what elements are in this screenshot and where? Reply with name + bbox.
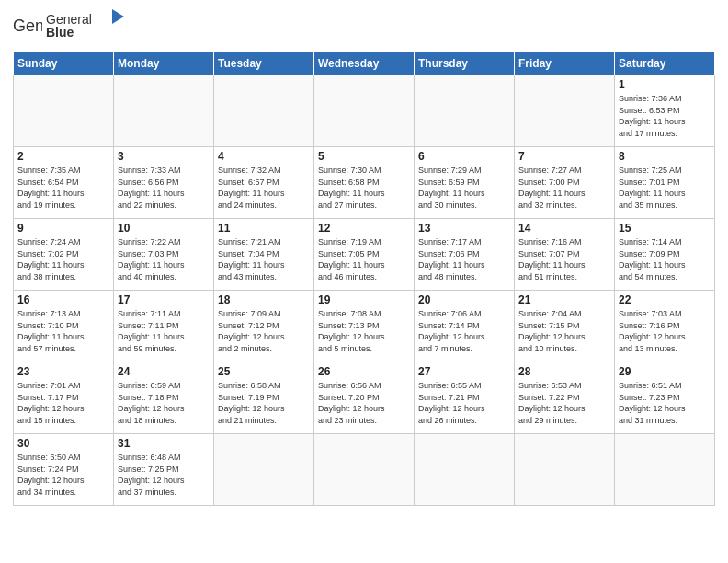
logo-text: General Blue — [46, 9, 129, 46]
header: General General Blue — [13, 9, 715, 46]
day-cell: 27Sunrise: 6:55 AM Sunset: 7:21 PM Dayli… — [415, 362, 515, 434]
day-number: 31 — [118, 437, 210, 450]
day-cell — [314, 75, 415, 147]
day-cell: 10Sunrise: 7:22 AM Sunset: 7:03 PM Dayli… — [114, 219, 214, 291]
day-cell — [515, 434, 615, 506]
week-row-4: 23Sunrise: 7:01 AM Sunset: 7:17 PM Dayli… — [14, 362, 715, 434]
day-number: 26 — [318, 365, 410, 378]
day-cell: 7Sunrise: 7:27 AM Sunset: 7:00 PM Daylig… — [515, 147, 615, 219]
day-cell: 23Sunrise: 7:01 AM Sunset: 7:17 PM Dayli… — [14, 362, 114, 434]
day-number: 10 — [118, 222, 210, 235]
day-cell: 2Sunrise: 7:35 AM Sunset: 6:54 PM Daylig… — [14, 147, 114, 219]
page: General General Blue SundayMondayTuesday… — [0, 0, 728, 563]
day-info: Sunrise: 6:50 AM Sunset: 7:24 PM Dayligh… — [17, 452, 109, 498]
day-number: 12 — [318, 222, 410, 235]
day-cell — [14, 75, 114, 147]
day-cell: 22Sunrise: 7:03 AM Sunset: 7:16 PM Dayli… — [615, 291, 715, 362]
day-info: Sunrise: 7:30 AM Sunset: 6:58 PM Dayligh… — [318, 165, 410, 211]
day-number: 22 — [619, 293, 711, 306]
day-number: 17 — [118, 293, 210, 306]
day-number: 4 — [218, 150, 310, 163]
day-info: Sunrise: 7:27 AM Sunset: 7:00 PM Dayligh… — [518, 165, 610, 211]
day-cell: 20Sunrise: 7:06 AM Sunset: 7:14 PM Dayli… — [415, 291, 515, 362]
day-cell: 14Sunrise: 7:16 AM Sunset: 7:07 PM Dayli… — [515, 219, 615, 291]
day-cell: 19Sunrise: 7:08 AM Sunset: 7:13 PM Dayli… — [314, 291, 415, 362]
day-info: Sunrise: 6:53 AM Sunset: 7:22 PM Dayligh… — [518, 380, 610, 426]
day-cell: 11Sunrise: 7:21 AM Sunset: 7:04 PM Dayli… — [214, 219, 314, 291]
weekday-header-wednesday: Wednesday — [314, 52, 415, 75]
day-cell: 30Sunrise: 6:50 AM Sunset: 7:24 PM Dayli… — [14, 434, 114, 506]
day-info: Sunrise: 6:59 AM Sunset: 7:18 PM Dayligh… — [118, 380, 210, 426]
svg-marker-4 — [112, 9, 124, 24]
day-number: 21 — [518, 293, 610, 306]
day-number: 3 — [118, 150, 210, 163]
weekday-header-saturday: Saturday — [615, 52, 715, 75]
day-number: 27 — [418, 365, 510, 378]
day-number: 5 — [318, 150, 410, 163]
day-number: 7 — [518, 150, 610, 163]
day-info: Sunrise: 7:04 AM Sunset: 7:15 PM Dayligh… — [518, 308, 610, 354]
day-info: Sunrise: 7:08 AM Sunset: 7:13 PM Dayligh… — [318, 308, 410, 354]
day-cell — [214, 75, 314, 147]
day-cell — [415, 434, 515, 506]
day-cell: 21Sunrise: 7:04 AM Sunset: 7:15 PM Dayli… — [515, 291, 615, 362]
day-cell: 15Sunrise: 7:14 AM Sunset: 7:09 PM Dayli… — [615, 219, 715, 291]
svg-text:Blue: Blue — [46, 25, 74, 40]
day-number: 16 — [17, 293, 109, 306]
day-info: Sunrise: 7:03 AM Sunset: 7:16 PM Dayligh… — [619, 308, 711, 354]
week-row-5: 30Sunrise: 6:50 AM Sunset: 7:24 PM Dayli… — [14, 434, 715, 506]
day-cell: 25Sunrise: 6:58 AM Sunset: 7:19 PM Dayli… — [214, 362, 314, 434]
day-info: Sunrise: 7:13 AM Sunset: 7:10 PM Dayligh… — [17, 308, 109, 354]
day-cell: 18Sunrise: 7:09 AM Sunset: 7:12 PM Dayli… — [214, 291, 314, 362]
weekday-header-row: SundayMondayTuesdayWednesdayThursdayFrid… — [14, 52, 715, 75]
day-cell: 5Sunrise: 7:30 AM Sunset: 6:58 PM Daylig… — [314, 147, 415, 219]
day-number: 20 — [418, 293, 510, 306]
day-info: Sunrise: 7:25 AM Sunset: 7:01 PM Dayligh… — [619, 165, 711, 211]
day-info: Sunrise: 7:06 AM Sunset: 7:14 PM Dayligh… — [418, 308, 510, 354]
day-cell: 24Sunrise: 6:59 AM Sunset: 7:18 PM Dayli… — [114, 362, 214, 434]
week-row-1: 2Sunrise: 7:35 AM Sunset: 6:54 PM Daylig… — [14, 147, 715, 219]
day-cell: 29Sunrise: 6:51 AM Sunset: 7:23 PM Dayli… — [615, 362, 715, 434]
day-info: Sunrise: 6:51 AM Sunset: 7:23 PM Dayligh… — [619, 380, 711, 426]
week-row-0: 1Sunrise: 7:36 AM Sunset: 6:53 PM Daylig… — [14, 75, 715, 147]
day-cell: 16Sunrise: 7:13 AM Sunset: 7:10 PM Dayli… — [14, 291, 114, 362]
day-number: 8 — [619, 150, 711, 163]
day-cell: 4Sunrise: 7:32 AM Sunset: 6:57 PM Daylig… — [214, 147, 314, 219]
day-number: 24 — [118, 365, 210, 378]
day-cell: 1Sunrise: 7:36 AM Sunset: 6:53 PM Daylig… — [615, 75, 715, 147]
day-info: Sunrise: 7:21 AM Sunset: 7:04 PM Dayligh… — [218, 236, 310, 282]
day-cell — [214, 434, 314, 506]
day-cell — [114, 75, 214, 147]
svg-text:General: General — [13, 17, 42, 35]
day-cell — [515, 75, 615, 147]
day-cell: 6Sunrise: 7:29 AM Sunset: 6:59 PM Daylig… — [415, 147, 515, 219]
day-number: 29 — [619, 365, 711, 378]
day-info: Sunrise: 7:14 AM Sunset: 7:09 PM Dayligh… — [619, 236, 711, 282]
logo-icon: General — [13, 15, 42, 40]
day-info: Sunrise: 7:22 AM Sunset: 7:03 PM Dayligh… — [118, 236, 210, 282]
day-cell: 31Sunrise: 6:48 AM Sunset: 7:25 PM Dayli… — [114, 434, 214, 506]
calendar: SundayMondayTuesdayWednesdayThursdayFrid… — [13, 52, 715, 506]
day-number: 15 — [619, 222, 711, 235]
week-row-3: 16Sunrise: 7:13 AM Sunset: 7:10 PM Dayli… — [14, 291, 715, 362]
day-info: Sunrise: 7:35 AM Sunset: 6:54 PM Dayligh… — [17, 165, 109, 211]
day-info: Sunrise: 6:56 AM Sunset: 7:20 PM Dayligh… — [318, 380, 410, 426]
day-number: 2 — [17, 150, 109, 163]
day-number: 9 — [17, 222, 109, 235]
day-cell: 26Sunrise: 6:56 AM Sunset: 7:20 PM Dayli… — [314, 362, 415, 434]
day-info: Sunrise: 7:16 AM Sunset: 7:07 PM Dayligh… — [518, 236, 610, 282]
day-number: 30 — [17, 437, 109, 450]
day-info: Sunrise: 7:24 AM Sunset: 7:02 PM Dayligh… — [17, 236, 109, 282]
day-number: 13 — [418, 222, 510, 235]
weekday-header-sunday: Sunday — [14, 52, 114, 75]
day-number: 6 — [418, 150, 510, 163]
week-row-2: 9Sunrise: 7:24 AM Sunset: 7:02 PM Daylig… — [14, 219, 715, 291]
day-info: Sunrise: 7:17 AM Sunset: 7:06 PM Dayligh… — [418, 236, 510, 282]
day-number: 25 — [218, 365, 310, 378]
day-number: 28 — [518, 365, 610, 378]
day-info: Sunrise: 7:29 AM Sunset: 6:59 PM Dayligh… — [418, 165, 510, 211]
day-info: Sunrise: 7:33 AM Sunset: 6:56 PM Dayligh… — [118, 165, 210, 211]
day-info: Sunrise: 6:55 AM Sunset: 7:21 PM Dayligh… — [418, 380, 510, 426]
day-number: 19 — [318, 293, 410, 306]
day-info: Sunrise: 7:19 AM Sunset: 7:05 PM Dayligh… — [318, 236, 410, 282]
